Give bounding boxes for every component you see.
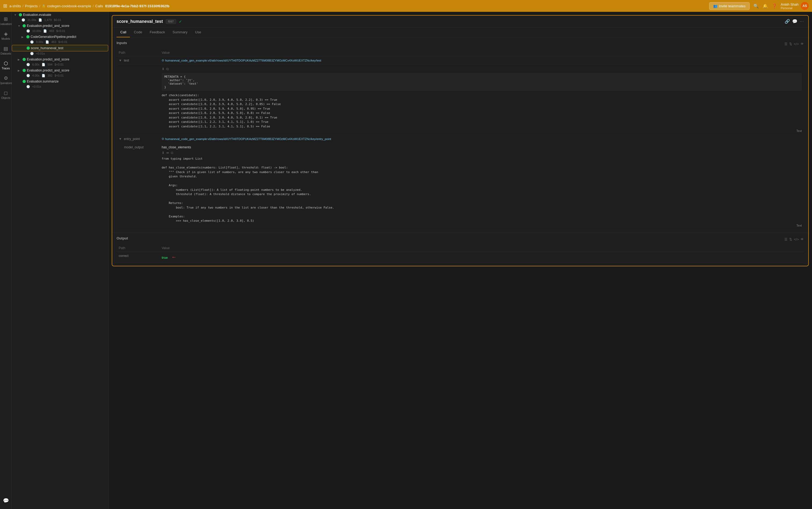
tree-panel: ▼ Evaluation.evaluate 🕐 21.00s 📄 1,479 $… bbox=[12, 12, 109, 509]
detail-panel: score_humaneval_test f997 ✓ 🔗 💬 ⋯ Call C… bbox=[109, 12, 812, 509]
chevron-right-icon: ▶ bbox=[18, 58, 22, 61]
expand-icon[interactable]: ⬍ bbox=[162, 67, 164, 71]
expand-row-icon[interactable]: ▼ bbox=[119, 59, 122, 62]
eye-icon[interactable]: 👁 bbox=[801, 237, 804, 241]
tree-item-eval-predict-3[interactable]: ▶ Evaluation.predict_and_score bbox=[12, 67, 108, 73]
tab-use[interactable]: Use bbox=[191, 27, 205, 37]
code-block-test: def check(candidate): assert candidate([… bbox=[162, 93, 802, 129]
user-role: Personal bbox=[781, 6, 799, 10]
token-icon: 📄 bbox=[43, 29, 47, 33]
expand-icon[interactable]: ⇅ bbox=[789, 237, 792, 241]
sidebar-item-traces[interactable]: ⬡ Traces bbox=[0, 58, 11, 72]
search-button[interactable]: 🔍 bbox=[753, 3, 759, 9]
expand-icon[interactable]: ⬍ bbox=[162, 151, 164, 155]
tool-icons-2: ⬍ ⬌ ⧉ bbox=[162, 151, 802, 155]
sidebar-item-operations[interactable]: ⚙ Operations bbox=[0, 73, 11, 87]
sidebar-item-objects[interactable]: ◻ Objects bbox=[0, 88, 11, 102]
tab-call[interactable]: Call bbox=[116, 27, 130, 37]
path-col-header-out: Path bbox=[116, 244, 159, 252]
token-icon: 📄 bbox=[42, 74, 45, 77]
ref-link-entry-point[interactable]: ⊙ humaneval_code_gen_example:v0/attr/row… bbox=[162, 137, 802, 141]
link-icon[interactable]: 🔗 bbox=[785, 19, 790, 24]
table-row: model_output has_close_elements ⬍ ⬌ ⧉ fr… bbox=[116, 143, 804, 230]
output-path-correct: correct bbox=[116, 251, 159, 262]
expand-icon[interactable]: ⇅ bbox=[789, 42, 792, 46]
lock-icon: 🔒 bbox=[42, 4, 46, 8]
tree-meta-eval-predict-2: 🕐 6.00s 📄 594 $<0.01 bbox=[12, 62, 108, 67]
status-indicator bbox=[23, 80, 26, 83]
inputs-toolbar: ☰ ⇅ </> 👁 bbox=[784, 42, 804, 46]
tree-item-score-humaneval[interactable]: ▶ score_humaneval_test bbox=[12, 45, 108, 51]
main-layout: ⊞ Evaluations ◈ Models ▤ Datasets ⬡ Trac… bbox=[0, 12, 812, 509]
tree-item-eval-summarize[interactable]: ▶ Evaluation.summarize bbox=[12, 78, 108, 84]
tree-item-eval-predict-1[interactable]: ▼ Evaluation.predict_and_score bbox=[12, 23, 108, 29]
status-check-icon: ✓ bbox=[179, 19, 182, 24]
output-toolbar: ☰ ⇅ </> 👁 bbox=[784, 237, 804, 241]
clock-icon: 🕐 bbox=[26, 85, 30, 89]
chevron-down-icon: ▼ bbox=[18, 25, 22, 27]
list-view-icon[interactable]: ☰ bbox=[784, 42, 787, 46]
eye-icon[interactable]: 👁 bbox=[801, 42, 804, 46]
card-title: score_humaneval_test bbox=[116, 19, 163, 24]
tree-item-eval-evaluate[interactable]: ▼ Evaluation.evaluate bbox=[12, 12, 108, 18]
path-col-header: Path bbox=[116, 49, 159, 57]
sidebar-item-evaluations[interactable]: ⊞ Evaluations bbox=[0, 14, 11, 28]
inputs-table: Path Value ▼ test bbox=[116, 49, 804, 230]
notifications-button[interactable]: 🔔 bbox=[763, 3, 768, 9]
workspace-link[interactable]: a-sh0ts bbox=[9, 4, 21, 8]
ref-link-test[interactable]: ⊙ humaneval_code_gen_example:v0/attr/row… bbox=[162, 59, 802, 62]
clock-icon: 🕐 bbox=[22, 18, 25, 22]
section-link[interactable]: Calls bbox=[95, 4, 103, 8]
chat-icon: 💬 bbox=[3, 498, 9, 504]
expand-row-icon[interactable]: ▼ bbox=[119, 137, 122, 141]
token-icon: 📄 bbox=[45, 40, 49, 44]
status-indicator bbox=[26, 35, 30, 38]
tree-item-eval-predict-2[interactable]: ▶ Evaluation.predict_and_score bbox=[12, 57, 108, 62]
output-section: Output ☰ ⇅ </> 👁 Path Value bbox=[112, 233, 808, 266]
copy-icon[interactable]: ⧉ bbox=[171, 151, 173, 155]
grid-icon[interactable]: ⊞ bbox=[3, 3, 7, 9]
datasets-icon: ▤ bbox=[3, 46, 8, 52]
sidebar-item-chat[interactable]: 💬 bbox=[2, 496, 10, 506]
card-header: score_humaneval_test f997 ✓ 🔗 💬 ⋯ bbox=[112, 15, 808, 27]
tree-item-codegen-predict[interactable]: ▶ CodeGenerationPipeline.predict bbox=[12, 34, 108, 40]
copy-icon[interactable]: ⧉ bbox=[166, 67, 169, 71]
list-view-icon[interactable]: ☰ bbox=[784, 237, 787, 241]
card-badge: f997 bbox=[166, 19, 176, 24]
topnav: ⊞ a-sh0ts / Projects / 🔒 codegen-cookboo… bbox=[0, 0, 812, 12]
section-header-output: Output ☰ ⇅ </> 👁 bbox=[116, 236, 804, 242]
avatar[interactable]: AS bbox=[801, 2, 809, 10]
expand-icon-2[interactable]: ⬌ bbox=[166, 151, 169, 155]
inputs-section: Inputs ☰ ⇅ </> 👁 Path Value bbox=[112, 38, 808, 233]
help-button[interactable]: ❓ bbox=[772, 3, 777, 9]
table-row: ⬍ ⧉ METADATA = { 'author': 'jt', 'datase… bbox=[116, 65, 804, 135]
code-icon[interactable]: </> bbox=[794, 42, 799, 46]
status-indicator bbox=[23, 58, 26, 61]
chevron-right-icon: ▶ bbox=[22, 35, 25, 38]
traces-icon: ⬡ bbox=[4, 61, 8, 66]
output-table: Path Value correct true ← bbox=[116, 244, 804, 263]
more-options-icon[interactable]: ⋯ bbox=[800, 19, 804, 24]
tab-summary[interactable]: Summary bbox=[169, 27, 191, 37]
status-indicator bbox=[27, 46, 30, 50]
section-header-inputs: Inputs ☰ ⇅ </> 👁 bbox=[116, 41, 804, 47]
projects-link[interactable]: Projects bbox=[25, 4, 38, 8]
tab-feedback[interactable]: Feedback bbox=[146, 27, 169, 37]
sidebar-item-datasets[interactable]: ▤ Datasets bbox=[0, 43, 11, 57]
output-label: Output bbox=[116, 236, 128, 240]
breadcrumb: a-sh0ts / Projects / 🔒 codegen-cookbook-… bbox=[9, 4, 103, 8]
code-block-entry-point: from typing import List def has_close_el… bbox=[162, 157, 802, 223]
value-col-header-out: Value bbox=[159, 244, 804, 252]
arrow-annotation: ← bbox=[171, 254, 177, 260]
tree-meta-codegen: 🕐 9.00s 📄 483 $<0.01 bbox=[12, 40, 108, 45]
value-col-header: Value bbox=[159, 49, 804, 57]
resource-link[interactable]: codegen-cookbook-example bbox=[47, 4, 91, 8]
tool-icons: ⬍ ⧉ bbox=[162, 67, 802, 71]
code-icon[interactable]: </> bbox=[794, 237, 799, 241]
tab-code[interactable]: Code bbox=[130, 27, 146, 37]
text-badge-2: Text bbox=[797, 224, 802, 227]
invite-button[interactable]: 👥 Invite teammates bbox=[709, 2, 750, 10]
sidebar-item-models[interactable]: ◈ Models bbox=[0, 29, 11, 42]
comment-icon[interactable]: 💬 bbox=[792, 19, 798, 24]
table-row: ▼ entry_point ⊙ humaneval_code_gen_examp… bbox=[116, 135, 804, 143]
